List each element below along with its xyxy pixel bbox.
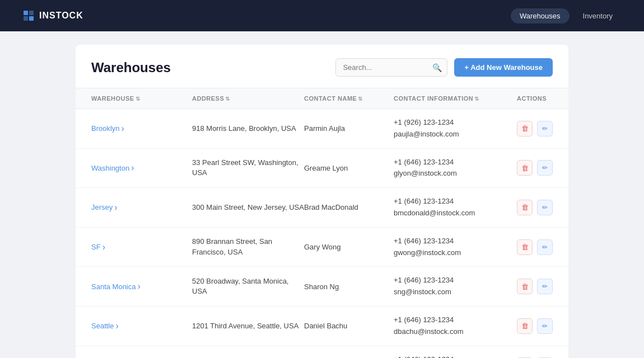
cell-actions: 🗑 ✏ — [517, 279, 562, 294]
delete-button[interactable]: 🗑 — [517, 200, 533, 215]
svg-rect-0 — [24, 11, 28, 15]
cell-address: 1201 Third Avenue, Seattle, USA — [192, 321, 304, 331]
table-header: WAREHOUSE⇅ ADDRESS⇅ CONTACT NAME⇅ CONTAC… — [76, 88, 568, 109]
cell-contact-name: Gary Wong — [304, 243, 394, 251]
col-contact-info: CONTACT INFORMATION⇅ — [394, 95, 517, 102]
delete-button[interactable]: 🗑 — [517, 279, 533, 294]
nav-warehouses[interactable]: Warehouses — [511, 8, 570, 23]
edit-button[interactable]: ✏ — [537, 121, 553, 136]
edit-button[interactable]: ✏ — [537, 318, 553, 334]
warehouse-link[interactable]: Seattle — [91, 321, 192, 331]
table-row: SF 890 Brannan Street, San Francisco, US… — [76, 228, 568, 267]
cell-contact-info: +1 (646) 123-1234sng@instock.com — [394, 275, 517, 298]
delete-button[interactable]: 🗑 — [517, 318, 533, 334]
warehouse-link[interactable]: Washington — [91, 163, 192, 173]
navbar: INSTOCK Warehouses Inventory — [0, 0, 644, 31]
cell-contact-name: Sharon Ng — [304, 282, 394, 291]
cell-address: 33 Pearl Street SW, Washington, USA — [192, 158, 304, 178]
table-row: Brooklyn 918 Morris Lane, Brooklyn, USA … — [76, 109, 568, 149]
header-actions: 🔍 + Add New Warehouse — [335, 58, 553, 77]
warehouse-table: WAREHOUSE⇅ ADDRESS⇅ CONTACT NAME⇅ CONTAC… — [76, 88, 568, 358]
page-title: Warehouses — [91, 60, 171, 76]
edit-button[interactable]: ✏ — [537, 279, 553, 294]
col-contact-name: CONTACT NAME⇅ — [304, 95, 394, 102]
col-actions: ACTIONS — [517, 95, 562, 102]
cell-contact-name: Parmin Aujla — [304, 124, 394, 133]
nav-menu: Warehouses Inventory — [511, 8, 622, 23]
cell-contact-name: Greame Lyon — [304, 164, 394, 172]
brand-name: INSTOCK — [39, 11, 83, 21]
delete-button[interactable]: 🗑 — [517, 121, 533, 136]
search-box: 🔍 — [335, 58, 447, 77]
search-input[interactable] — [335, 58, 447, 77]
cell-address: 520 Broadway, Santa Monica, USA — [192, 276, 304, 296]
table-row: Miami 2650 NW 5th Avenue, Miami, USA Ala… — [76, 346, 568, 358]
cell-address: 918 Morris Lane, Brooklyn, USA — [192, 124, 304, 134]
svg-rect-2 — [24, 16, 28, 21]
col-warehouse: WAREHOUSE⇅ — [91, 95, 192, 102]
table-row: Seattle 1201 Third Avenue, Seattle, USA … — [76, 307, 568, 346]
cell-contact-info: +1 (646) 123-1234dbachu@instock.com — [394, 314, 517, 338]
edit-button[interactable]: ✏ — [537, 239, 553, 255]
cell-contact-name: Brad MacDonald — [304, 203, 394, 211]
cell-contact-info: +1 (646) 123-1234bmcdonald@instock.com — [394, 196, 517, 219]
cell-actions: 🗑 ✏ — [517, 318, 562, 334]
add-warehouse-button[interactable]: + Add New Warehouse — [454, 58, 553, 77]
warehouse-link[interactable]: Brooklyn — [91, 124, 192, 134]
table-row: Santa Monica 520 Broadway, Santa Monica,… — [76, 267, 568, 307]
table-body: Brooklyn 918 Morris Lane, Brooklyn, USA … — [76, 109, 568, 358]
cell-contact-info: +1 (646) 123-1234athomas@instock.com — [394, 354, 517, 358]
cell-contact-name: Daniel Bachu — [304, 322, 394, 330]
table-row: Washington 33 Pearl Street SW, Washingto… — [76, 149, 568, 189]
cell-actions: 🗑 ✏ — [517, 200, 562, 215]
nav-inventory[interactable]: Inventory — [574, 8, 622, 23]
warehouse-link[interactable]: SF — [91, 242, 192, 252]
delete-button[interactable]: 🗑 — [517, 160, 533, 176]
col-address: ADDRESS⇅ — [192, 95, 304, 102]
warehouse-link[interactable]: Santa Monica — [91, 281, 192, 291]
cell-contact-info: +1 (646) 123-1234glyon@instock.com — [394, 157, 517, 180]
svg-rect-3 — [29, 16, 34, 21]
cell-address: 300 Main Street, New Jersey, USA — [192, 202, 304, 213]
cell-actions: 🗑 ✏ — [517, 239, 562, 255]
edit-button[interactable]: ✏ — [537, 160, 553, 176]
svg-rect-1 — [29, 11, 34, 15]
brand-logo: INSTOCK — [22, 10, 83, 22]
cell-address: 890 Brannan Street, San Francisco, USA — [192, 237, 304, 257]
edit-button[interactable]: ✏ — [537, 200, 553, 215]
delete-button[interactable]: 🗑 — [517, 239, 533, 255]
table-row: Jersey 300 Main Street, New Jersey, USA … — [76, 188, 568, 228]
cell-contact-info: +1 (646) 123-1234gwong@instock.com — [394, 235, 517, 259]
cell-actions: 🗑 ✏ — [517, 121, 562, 136]
brand-icon — [22, 10, 35, 22]
page-header: Warehouses 🔍 + Add New Warehouse — [76, 45, 568, 88]
warehouse-link[interactable]: Jersey — [91, 202, 192, 213]
cell-contact-info: +1 (926) 123-1234paujla@instock.com — [394, 117, 517, 140]
search-icon: 🔍 — [432, 63, 442, 72]
cell-actions: 🗑 ✏ — [517, 160, 562, 176]
page-container: Warehouses 🔍 + Add New Warehouse WAREHOU… — [76, 31, 568, 358]
